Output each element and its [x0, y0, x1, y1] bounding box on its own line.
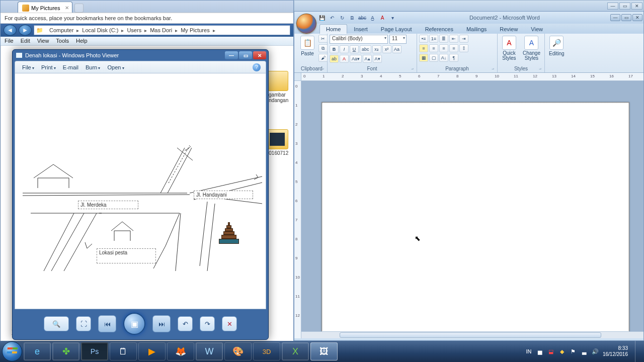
justify-button[interactable]: ≡ — [449, 44, 458, 52]
editing-button[interactable]: 🔎 Editing — [547, 35, 567, 57]
change-case-button[interactable]: Aa▾ — [350, 55, 362, 63]
bold-button[interactable]: B — [330, 45, 339, 53]
crumb-computer[interactable]: Computer — [46, 27, 76, 33]
menu-view[interactable]: View — [37, 38, 49, 44]
highlight-button[interactable]: ab — [330, 55, 339, 63]
print-preview-icon[interactable]: 🗎 — [349, 14, 356, 21]
close-icon[interactable]: ✕ — [65, 5, 69, 11]
quick-styles-button[interactable]: A Quick Styles — [500, 35, 519, 62]
format-painter-icon[interactable]: 🖌 — [318, 54, 328, 62]
tray-shield-icon[interactable]: ⬓ — [547, 348, 554, 355]
task-photoviewer[interactable]: 🖼 — [310, 342, 338, 360]
delete-button[interactable]: ✕ — [222, 316, 237, 331]
borders-button[interactable]: ▢ — [429, 54, 438, 62]
document-area[interactable]: 0123456789101112 ⬉ — [294, 81, 643, 338]
word-restore-button[interactable]: ▭ — [621, 14, 631, 21]
crumb-pictures[interactable]: My Pictures — [178, 27, 212, 33]
align-left-button[interactable]: ≡ — [419, 44, 428, 52]
crumb-disk[interactable]: Local Disk (C:) — [79, 27, 121, 33]
task-notepad[interactable]: 🗒 — [110, 342, 137, 360]
sort-button[interactable]: A↓ — [439, 54, 448, 62]
clear-format-button[interactable]: Aa — [392, 45, 401, 53]
show-marks-button[interactable]: ¶ — [449, 54, 458, 62]
task-excel[interactable]: X — [282, 342, 309, 360]
horizontal-ruler[interactable]: 0123456789101112131415161718 — [294, 73, 643, 81]
copy-icon[interactable]: ⧉ — [318, 44, 328, 52]
tray-volume-icon[interactable]: 🔊 — [592, 348, 599, 355]
maximize-button[interactable]: ▭ — [239, 51, 252, 59]
new-tab-button[interactable] — [74, 4, 84, 13]
pv-titlebar[interactable]: Denah lokasi - Windows Photo Viewer — ▭ … — [13, 50, 268, 61]
multilevel-button[interactable]: ≣ — [439, 35, 448, 43]
menu-edit[interactable]: Edit — [21, 38, 30, 44]
font-size-combo[interactable]: 11 — [389, 35, 407, 44]
bullets-button[interactable]: •≡ — [419, 35, 428, 43]
close-button[interactable]: ✕ — [253, 51, 266, 59]
qat-icon[interactable]: abc — [359, 14, 366, 21]
page[interactable]: ⬉ — [321, 102, 629, 338]
align-right-button[interactable]: ≡ — [439, 44, 448, 52]
task-word[interactable]: W — [196, 342, 223, 360]
tab-review[interactable]: Review — [493, 24, 524, 34]
qat-dropdown-icon[interactable]: ▾ — [389, 14, 396, 21]
task-media[interactable]: ▶ — [138, 342, 166, 360]
task-photoshop[interactable]: Ps — [81, 342, 108, 360]
word-titlebar[interactable]: 💾 ↶ ↻ 🗎 abc A̲ A ▾ Document2 - Microsoft… — [294, 12, 643, 24]
actual-size-button[interactable]: ⛶ — [76, 316, 91, 331]
numbering-button[interactable]: 1≡ — [429, 35, 438, 43]
tray-flag-icon[interactable]: ▅ — [536, 348, 543, 355]
menu-file[interactable]: File — [5, 38, 14, 44]
qat-font-color-icon[interactable]: A — [379, 14, 386, 21]
shading-button[interactable]: ▦ — [419, 54, 428, 62]
word-outer-close[interactable]: ✕ — [631, 3, 642, 10]
pv-menu-open[interactable]: Open — [105, 63, 126, 71]
pv-menu-email[interactable]: E-mail — [61, 63, 80, 71]
cut-icon[interactable]: ✂ — [318, 35, 328, 43]
crumb-user[interactable]: Mas Dori — [147, 27, 175, 33]
tab-insert[interactable]: Insert — [347, 24, 374, 34]
pv-menu-burn[interactable]: Burn — [84, 63, 102, 71]
forward-button[interactable]: ► — [19, 25, 32, 36]
clock[interactable]: 8:33 16/12/2016 — [603, 345, 628, 357]
pv-menu-print[interactable]: Print — [39, 63, 58, 71]
subscript-button[interactable]: x₂ — [372, 45, 381, 53]
save-icon[interactable]: 💾 — [318, 14, 326, 21]
font-name-combo[interactable]: Calibri (Body) — [330, 35, 388, 44]
tray-flag2-icon[interactable]: ⚑ — [570, 348, 577, 355]
pv-menu-file[interactable]: File — [20, 63, 36, 71]
browser-tab-mypictures[interactable]: My Pictures ✕ — [18, 2, 72, 13]
crumb-users[interactable]: Users — [124, 27, 144, 33]
paste-button[interactable]: 📋 Paste — [298, 35, 316, 57]
tab-mailings[interactable]: Mailings — [460, 24, 493, 34]
next-button[interactable]: ⏭ — [152, 315, 171, 332]
slideshow-button[interactable]: ▣ — [123, 313, 145, 335]
italic-button[interactable]: I — [340, 45, 349, 53]
help-icon[interactable]: ? — [253, 63, 261, 71]
previous-button[interactable]: ⏮ — [98, 315, 116, 332]
word-minimize-button[interactable]: — — [610, 14, 620, 21]
tab-pagelayout[interactable]: Page Layout — [374, 24, 419, 34]
shrink-font-button[interactable]: A▾ — [373, 55, 382, 63]
lang-indicator[interactable]: IN — [525, 348, 532, 355]
word-close-button[interactable]: ✕ — [632, 14, 642, 21]
back-button[interactable]: ◄ — [4, 25, 17, 36]
show-desktop-button[interactable] — [635, 341, 640, 362]
grow-font-button[interactable]: A▴ — [363, 55, 372, 63]
superscript-button[interactable]: x² — [382, 45, 391, 53]
tab-view[interactable]: View — [524, 24, 549, 34]
task-paint[interactable]: 🎨 — [224, 342, 252, 360]
redo-icon[interactable]: ↻ — [339, 14, 346, 21]
tab-home[interactable]: Home — [319, 24, 347, 34]
increase-indent-button[interactable]: ⇥ — [459, 35, 468, 43]
horizontal-scrollbar[interactable] — [301, 331, 643, 338]
font-color-button[interactable]: A — [340, 55, 349, 63]
zoom-button[interactable]: 🔍 — [44, 316, 69, 331]
qat-icon[interactable]: A̲ — [369, 14, 376, 21]
scrollbar-thumb[interactable] — [340, 332, 601, 338]
task-firefox[interactable]: 🦊 — [167, 342, 194, 360]
word-outer-maximize[interactable]: ▭ — [619, 3, 630, 10]
word-outer-minimize[interactable]: — — [607, 3, 618, 10]
minimize-button[interactable]: — — [225, 51, 238, 59]
office-button[interactable] — [296, 14, 316, 34]
task-3d[interactable]: 3D — [253, 342, 280, 360]
